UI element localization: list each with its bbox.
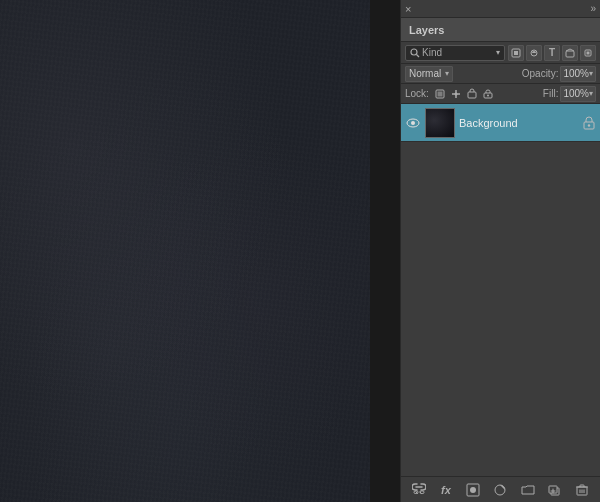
new-group-btn[interactable] [518,480,538,500]
panel-topbar: × » [401,0,600,18]
kind-label: Kind [422,47,442,58]
lock-row: Lock: [401,84,600,104]
smart-filter-btn[interactable] [580,45,596,61]
svg-point-14 [454,92,457,95]
fill-group: Fill: 100% ▾ [543,86,596,102]
kind-filter-select[interactable]: Kind ▾ [405,45,505,61]
fill-input[interactable]: 100% ▾ [560,86,596,102]
panel-title: Layers [409,24,444,36]
blend-mode-value: Normal [409,68,441,79]
svg-point-19 [411,121,415,125]
svg-point-26 [470,487,476,493]
blend-dropdown-arrow: ▾ [445,69,449,78]
canvas [0,0,370,502]
opacity-label: Opacity: [522,68,559,79]
blend-mode-row: Normal ▾ Opacity: 100% ▾ [401,64,600,84]
lock-position-btn[interactable] [449,87,463,101]
close-icon[interactable]: × [405,3,411,15]
svg-rect-11 [437,91,442,96]
filter-icons: T [508,45,596,61]
add-adjustment-btn[interactable] [490,480,510,500]
panel-bottom-toolbar: fx [401,476,600,502]
layer-name: Background [459,117,578,129]
opacity-value: 100% [563,68,589,79]
search-icon [410,48,420,58]
lock-all-btn[interactable] [481,87,495,101]
svg-rect-9 [587,51,590,54]
fill-label: Fill: [543,88,559,99]
svg-point-21 [588,124,590,126]
kind-dropdown-arrow: ▾ [496,48,500,57]
delete-layer-btn[interactable] [572,480,592,500]
svg-rect-15 [468,92,476,98]
opacity-input[interactable]: 100% ▾ [560,66,596,82]
opacity-dropdown-arrow: ▾ [589,69,593,78]
svg-line-1 [417,54,420,57]
fill-value: 100% [563,88,589,99]
lock-artboards-btn[interactable] [465,87,479,101]
collapse-icon[interactable]: » [590,3,596,14]
type-filter-btn[interactable]: T [544,45,560,61]
link-layers-btn[interactable] [409,480,429,500]
svg-rect-5 [566,51,574,57]
blend-mode-select[interactable]: Normal ▾ [405,66,453,82]
panel-topbar-left: × [405,3,411,15]
adjustment-filter-btn[interactable] [526,45,542,61]
lock-pixels-btn[interactable] [433,87,447,101]
svg-point-0 [411,49,417,55]
layer-lock-icon [582,116,596,130]
layer-item[interactable]: Background [401,104,600,142]
lock-label: Lock: [405,88,429,99]
shape-filter-btn[interactable] [562,45,578,61]
svg-point-17 [487,94,489,96]
new-layer-btn[interactable] [545,480,565,500]
lock-icons [433,87,495,101]
add-mask-btn[interactable] [463,480,483,500]
layers-list: Background [401,104,600,476]
layers-panel: × » Layers Kind ▾ [400,0,600,502]
fill-dropdown-arrow: ▾ [589,89,593,98]
filter-row: Kind ▾ T [401,42,600,64]
fx-btn[interactable]: fx [436,480,456,500]
layer-thumbnail [425,108,455,138]
panel-header: Layers [401,18,600,42]
layer-visibility-toggle[interactable] [405,115,421,131]
svg-rect-3 [514,51,518,55]
opacity-group: Opacity: 100% ▾ [522,66,596,82]
pixel-filter-btn[interactable] [508,45,524,61]
